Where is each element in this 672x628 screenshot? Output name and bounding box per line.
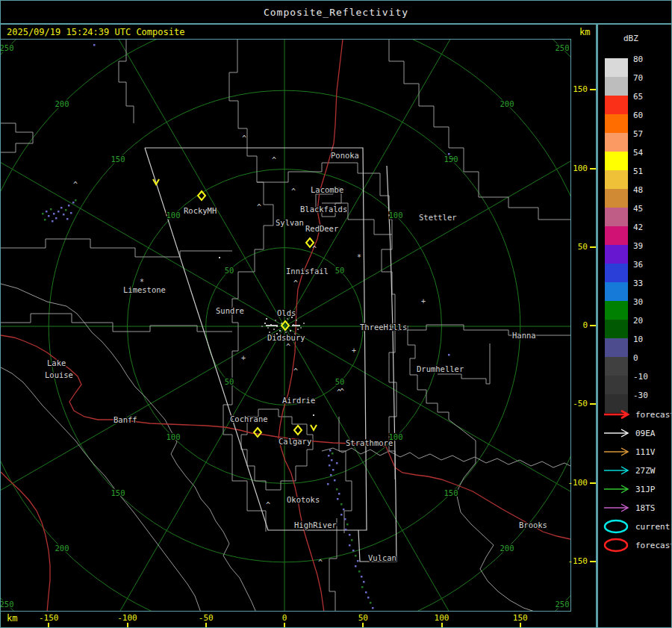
dbz-value-label: 70: [633, 73, 663, 83]
ring-distance-label: 100: [167, 432, 181, 441]
precip-echo-dot: [332, 453, 334, 455]
precip-echo-dot: [336, 488, 338, 491]
county-boundary: [449, 420, 537, 612]
radar-map[interactable]: 5050505010010010010015015015015020020020…: [1, 39, 571, 612]
right-axis-tick: [590, 325, 596, 326]
legend-ellipse-forecast-icon: [603, 538, 632, 553]
legend-arrow-31jp-label: 31JP: [635, 485, 656, 494]
clutter-streak: [292, 325, 300, 326]
legend-arrow-forecast-icon: [603, 407, 632, 422]
city-label-threehills: ThreeHills: [360, 323, 407, 332]
precip-echo-dot: [328, 455, 330, 457]
dbz-value-label: 33: [633, 279, 663, 288]
radar-map-svg[interactable]: 5050505010010010010015015015015020020020…: [1, 40, 571, 612]
town-marker: ^: [242, 134, 246, 143]
city-label-highriver: HighRiver: [294, 520, 337, 529]
legend-ellipse-forecast-label: forecast: [635, 541, 672, 550]
dbz-swatch-0: [605, 357, 628, 376]
dbz-colorbar: dBZ 807065605754514845423936333020100-10…: [598, 25, 672, 413]
precip-echo-dot: [361, 586, 364, 588]
county-boundary: [1, 314, 232, 332]
colorbar-title: dBZ: [623, 34, 638, 43]
ring-distance-label: 50: [225, 377, 234, 386]
dbz-value-label: 10: [633, 335, 663, 344]
county-boundary: [1, 367, 201, 612]
bottom-axis-tick: [441, 623, 443, 627]
precip-echo-dot: [60, 207, 63, 209]
ring-distance-label: 100: [389, 211, 403, 220]
dbz-swatch-70: [605, 77, 628, 96]
legend-ellipse-current-icon: [603, 519, 632, 534]
town-marker: ^: [293, 279, 298, 287]
right-axis-label: 150: [565, 84, 588, 94]
city-label-lacombe: Lacombe: [311, 185, 343, 194]
dbz-swatch-51: [605, 170, 628, 189]
precip-echo-dot: [337, 498, 339, 500]
bottom-axis: km -150-100-50050100150: [1, 612, 596, 628]
radial-line: [75, 40, 284, 326]
precip-echo-dot: [55, 217, 57, 220]
dbz-value-label: 42: [633, 223, 663, 232]
legend-arrow-18ts-label: 18TS: [635, 503, 656, 513]
dbz-swatch-57: [605, 133, 628, 152]
city-label-rockymh: RockyMH: [184, 206, 217, 215]
dbz-swatch-39: [605, 245, 628, 264]
ring-distance-label: 50: [335, 266, 345, 275]
clutter-dot: [296, 320, 297, 321]
town-marker: +: [421, 297, 426, 305]
precip-echo-dot: [53, 213, 55, 215]
bottom-axis-label: 50: [346, 613, 379, 623]
city-label-airdrie: Airdrie: [282, 396, 315, 405]
precip-echo-dot: [44, 219, 46, 221]
precip-echo-dot: [358, 571, 361, 573]
dbz-value-label: 30: [633, 297, 663, 307]
precip-echo-dot: [367, 597, 370, 599]
city-label-blackfalds: Blackfalds: [300, 205, 347, 214]
legend-arrow-18ts-icon: [603, 500, 632, 515]
county-boundary: [229, 40, 264, 182]
town-marker: +: [241, 354, 246, 362]
right-axis-label: 50: [565, 242, 588, 252]
radial-line: [284, 326, 571, 535]
precip-echo-dot: [46, 211, 48, 213]
right-axis-unit: km: [579, 27, 590, 37]
precip-echo-dot: [93, 44, 96, 46]
dbz-swatch-60: [605, 114, 628, 133]
dbz-swatch-36: [605, 264, 628, 282]
precip-echo-dot: [329, 450, 332, 452]
bottom-axis-label: 100: [426, 613, 458, 623]
precip-echo-dot: [52, 220, 54, 223]
dbz-value-label: 39: [633, 241, 663, 251]
town-marker: ^: [318, 559, 323, 567]
city-label-louise: Louise: [45, 370, 73, 379]
radial-line: [284, 117, 571, 326]
precip-echo-dot: [336, 462, 338, 464]
precip-echo-dot: [48, 215, 50, 217]
county-boundary: [1, 284, 66, 306]
precip-echo-dot: [340, 503, 343, 506]
dbz-swatch-80: [605, 58, 628, 77]
legend-arrow-18ts: 18TS: [603, 500, 656, 515]
radar-site-diamond: [294, 426, 302, 435]
clutter-dot: [267, 327, 269, 329]
city-label-brooks: Brooks: [519, 520, 547, 529]
bottom-axis-label: 150: [504, 613, 537, 623]
precip-echo-dot: [357, 560, 359, 562]
precip-echo-dot: [372, 607, 374, 609]
precip-echo-dot: [334, 479, 336, 482]
dbz-swatch-20: [605, 320, 628, 338]
precip-echo-dot: [340, 514, 343, 516]
city-label-banff: Banff: [113, 415, 137, 424]
town-marker: ^: [73, 181, 78, 189]
precip-echo-dot: [66, 218, 69, 220]
precip-echo-dot: [50, 208, 52, 211]
bottom-axis-tick: [205, 623, 207, 627]
precip-echo-dot: [370, 602, 372, 604]
town-marker: ^: [272, 156, 276, 164]
legend-arrow-31jp: 31JP: [603, 482, 656, 497]
town-marker: ^: [286, 343, 290, 351]
precip-echo-dot: [72, 202, 75, 204]
right-axis-tick: [590, 561, 596, 562]
clutter-streak: [266, 325, 278, 326]
clutter-dot: [300, 327, 302, 329]
